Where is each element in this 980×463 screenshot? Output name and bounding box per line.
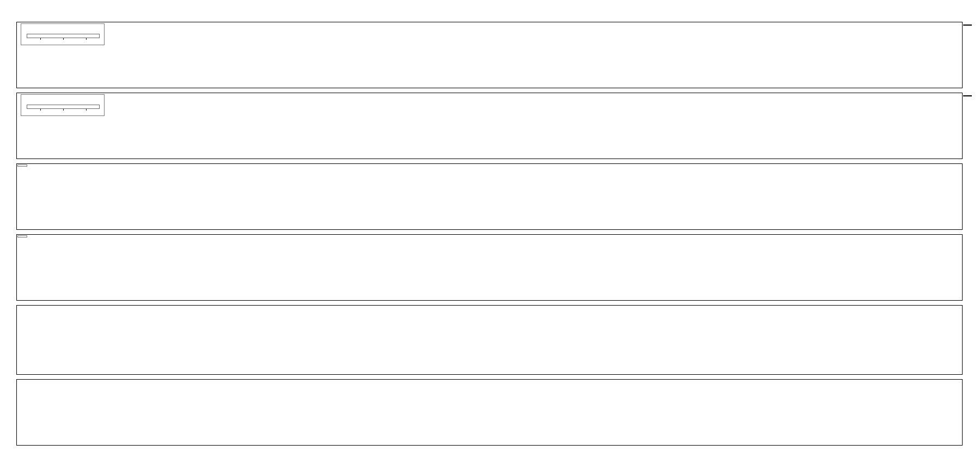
v-colorbar (27, 105, 100, 115)
figure-root (0, 0, 980, 463)
v-colorbar-tick (40, 109, 41, 111)
v-colorbar-legend (21, 94, 105, 116)
depth-variation-plot (17, 306, 962, 374)
v-colorbar-tick (63, 109, 64, 111)
panel-mean-absi (16, 163, 963, 230)
std-absi-heatmap (17, 235, 962, 300)
panel-temperature (16, 379, 963, 446)
v-colorbar-tick (86, 109, 87, 111)
u-colorbar-tick (63, 38, 64, 40)
panel-depth-variation (16, 305, 963, 375)
std-absi-label (17, 235, 27, 237)
u-colorbar-legend (21, 23, 105, 45)
mean-absi-heatmap (17, 164, 962, 229)
panel-u-velocity (16, 22, 963, 88)
right-marker-dash-u (963, 25, 972, 26)
u-colorbar-gradient (27, 34, 100, 38)
temperature-plot (17, 380, 962, 445)
u-colorbar (27, 34, 100, 45)
u-colorbar-tick (86, 38, 87, 40)
v-velocity-heatmap (17, 93, 962, 159)
panel-v-velocity (16, 93, 963, 159)
mean-absi-label (17, 165, 27, 167)
right-marker-dash-v (963, 95, 972, 96)
u-colorbar-tick (40, 38, 41, 40)
panel-std-absi (16, 234, 963, 301)
v-colorbar-gradient (27, 105, 100, 109)
u-velocity-heatmap (17, 22, 962, 88)
